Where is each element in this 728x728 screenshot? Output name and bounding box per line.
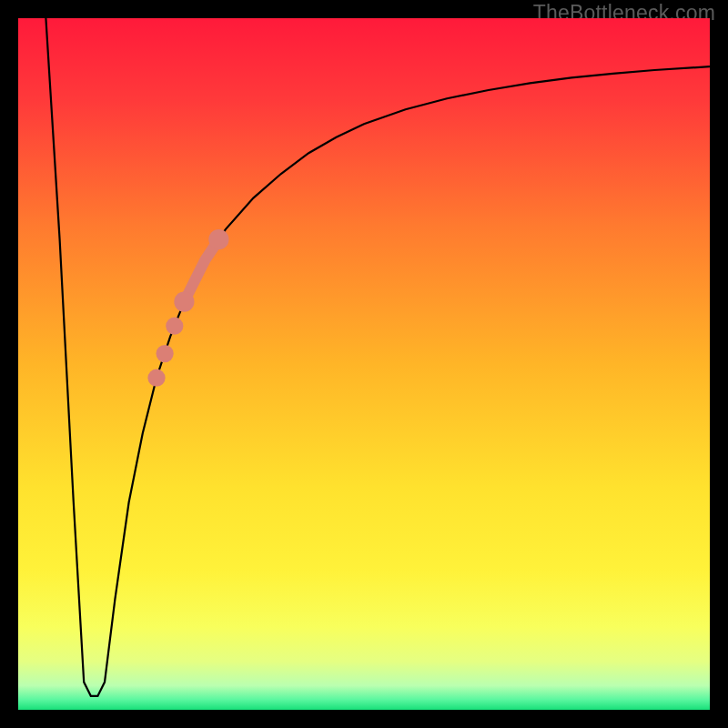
- highlight-point: [147, 369, 165, 387]
- chart-svg: [18, 18, 710, 710]
- gradient-background: [18, 18, 710, 710]
- plot-area: [18, 18, 710, 710]
- highlight-segment-end: [208, 229, 228, 249]
- highlight-point: [166, 318, 183, 335]
- highlight-segment-start: [174, 292, 194, 312]
- chart-frame: TheBottleneck.com: [0, 0, 728, 728]
- highlight-point: [157, 345, 174, 362]
